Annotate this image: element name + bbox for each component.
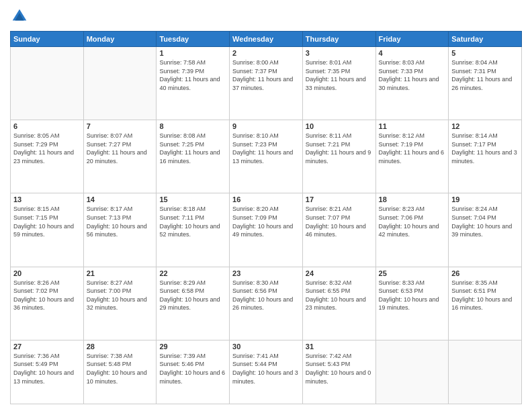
calendar-cell: 26Sunrise: 8:35 AMSunset: 6:51 PMDayligh… xyxy=(449,267,522,340)
calendar-cell: 30Sunrise: 7:41 AMSunset: 5:44 PMDayligh… xyxy=(230,340,303,404)
calendar-cell: 4Sunrise: 8:03 AMSunset: 7:33 PMDaylight… xyxy=(375,47,449,120)
weekday-header: Saturday xyxy=(449,32,522,47)
day-number: 30 xyxy=(232,342,300,351)
day-info: Sunrise: 8:21 AMSunset: 7:07 PMDaylight:… xyxy=(306,205,373,238)
day-number: 19 xyxy=(451,195,519,203)
calendar-cell: 23Sunrise: 8:30 AMSunset: 6:56 PMDayligh… xyxy=(230,267,303,340)
calendar-cell: 25Sunrise: 8:33 AMSunset: 6:53 PMDayligh… xyxy=(375,267,449,340)
day-info: Sunrise: 8:12 AMSunset: 7:19 PMDaylight:… xyxy=(379,132,446,165)
day-number: 1 xyxy=(159,49,226,57)
day-info: Sunrise: 8:23 AMSunset: 7:06 PMDaylight:… xyxy=(379,205,446,238)
calendar-cell: 14Sunrise: 8:17 AMSunset: 7:13 PMDayligh… xyxy=(83,193,157,267)
calendar-cell: 18Sunrise: 8:23 AMSunset: 7:06 PMDayligh… xyxy=(375,193,449,267)
day-number: 28 xyxy=(87,342,154,351)
day-number: 2 xyxy=(232,49,300,57)
calendar-cell: 27Sunrise: 7:36 AMSunset: 5:49 PMDayligh… xyxy=(11,340,84,404)
day-number: 12 xyxy=(451,122,519,130)
calendar: SundayMondayTuesdayWednesdayThursdayFrid… xyxy=(10,31,522,404)
day-info: Sunrise: 8:04 AMSunset: 7:31 PMDaylight:… xyxy=(451,58,519,92)
weekday-header: Wednesday xyxy=(230,32,303,47)
calendar-cell: 15Sunrise: 8:18 AMSunset: 7:11 PMDayligh… xyxy=(157,193,230,267)
calendar-cell: 3Sunrise: 8:01 AMSunset: 7:35 PMDaylight… xyxy=(302,47,375,120)
day-info: Sunrise: 7:36 AMSunset: 5:49 PMDaylight:… xyxy=(13,352,81,385)
day-info: Sunrise: 8:07 AMSunset: 7:27 PMDaylight:… xyxy=(87,132,154,165)
calendar-cell xyxy=(375,340,449,404)
calendar-cell: 2Sunrise: 8:00 AMSunset: 7:37 PMDaylight… xyxy=(230,47,303,120)
day-info: Sunrise: 8:11 AMSunset: 7:21 PMDaylight:… xyxy=(306,132,373,165)
day-number: 26 xyxy=(451,269,519,277)
day-number: 10 xyxy=(306,122,373,130)
day-number: 25 xyxy=(379,269,446,277)
day-number: 23 xyxy=(232,269,300,277)
day-number: 15 xyxy=(159,195,226,203)
header xyxy=(10,7,522,26)
day-number: 24 xyxy=(306,269,373,277)
logo xyxy=(10,7,32,26)
day-info: Sunrise: 8:27 AMSunset: 7:00 PMDaylight:… xyxy=(87,279,154,312)
calendar-cell: 10Sunrise: 8:11 AMSunset: 7:21 PMDayligh… xyxy=(302,120,375,193)
day-info: Sunrise: 8:01 AMSunset: 7:35 PMDaylight:… xyxy=(306,58,373,92)
day-number: 14 xyxy=(87,195,154,203)
calendar-week-row: 1Sunrise: 7:58 AMSunset: 7:39 PMDaylight… xyxy=(11,47,522,120)
calendar-cell: 21Sunrise: 8:27 AMSunset: 7:00 PMDayligh… xyxy=(83,267,157,340)
day-number: 18 xyxy=(379,195,446,203)
calendar-cell: 19Sunrise: 8:24 AMSunset: 7:04 PMDayligh… xyxy=(449,193,522,267)
calendar-week-row: 27Sunrise: 7:36 AMSunset: 5:49 PMDayligh… xyxy=(11,340,522,404)
day-info: Sunrise: 8:35 AMSunset: 6:51 PMDaylight:… xyxy=(451,279,519,312)
weekday-header: Thursday xyxy=(302,32,375,47)
calendar-cell: 6Sunrise: 8:05 AMSunset: 7:29 PMDaylight… xyxy=(11,120,84,193)
calendar-cell: 7Sunrise: 8:07 AMSunset: 7:27 PMDaylight… xyxy=(83,120,157,193)
calendar-cell xyxy=(11,47,84,120)
calendar-cell: 12Sunrise: 8:14 AMSunset: 7:17 PMDayligh… xyxy=(449,120,522,193)
day-number: 3 xyxy=(306,49,373,57)
day-number: 20 xyxy=(13,269,81,277)
day-info: Sunrise: 8:03 AMSunset: 7:33 PMDaylight:… xyxy=(379,58,446,92)
calendar-cell: 13Sunrise: 8:15 AMSunset: 7:15 PMDayligh… xyxy=(11,193,84,267)
day-info: Sunrise: 8:20 AMSunset: 7:09 PMDaylight:… xyxy=(232,205,300,238)
calendar-week-row: 20Sunrise: 8:26 AMSunset: 7:02 PMDayligh… xyxy=(11,267,522,340)
weekday-header: Friday xyxy=(375,32,449,47)
day-info: Sunrise: 7:39 AMSunset: 5:46 PMDaylight:… xyxy=(159,352,226,385)
day-info: Sunrise: 8:08 AMSunset: 7:25 PMDaylight:… xyxy=(159,132,226,165)
day-info: Sunrise: 8:29 AMSunset: 6:58 PMDaylight:… xyxy=(159,279,226,312)
day-info: Sunrise: 8:14 AMSunset: 7:17 PMDaylight:… xyxy=(451,132,519,165)
day-number: 5 xyxy=(451,49,519,57)
calendar-cell: 24Sunrise: 8:32 AMSunset: 6:55 PMDayligh… xyxy=(302,267,375,340)
calendar-cell: 16Sunrise: 8:20 AMSunset: 7:09 PMDayligh… xyxy=(230,193,303,267)
day-number: 16 xyxy=(232,195,300,203)
day-info: Sunrise: 8:33 AMSunset: 6:53 PMDaylight:… xyxy=(379,279,446,312)
day-number: 17 xyxy=(306,195,373,203)
day-info: Sunrise: 7:41 AMSunset: 5:44 PMDaylight:… xyxy=(232,352,300,385)
day-info: Sunrise: 8:05 AMSunset: 7:29 PMDaylight:… xyxy=(13,132,81,165)
calendar-cell: 29Sunrise: 7:39 AMSunset: 5:46 PMDayligh… xyxy=(157,340,230,404)
day-number: 7 xyxy=(87,122,154,130)
calendar-cell: 20Sunrise: 8:26 AMSunset: 7:02 PMDayligh… xyxy=(11,267,84,340)
weekday-header: Sunday xyxy=(11,32,84,47)
calendar-cell: 11Sunrise: 8:12 AMSunset: 7:19 PMDayligh… xyxy=(375,120,449,193)
calendar-week-row: 6Sunrise: 8:05 AMSunset: 7:29 PMDaylight… xyxy=(11,120,522,193)
day-number: 6 xyxy=(13,122,81,130)
day-info: Sunrise: 8:00 AMSunset: 7:37 PMDaylight:… xyxy=(232,58,300,92)
day-info: Sunrise: 8:15 AMSunset: 7:15 PMDaylight:… xyxy=(13,205,81,238)
calendar-week-row: 13Sunrise: 8:15 AMSunset: 7:15 PMDayligh… xyxy=(11,193,522,267)
calendar-cell xyxy=(449,340,522,404)
day-number: 29 xyxy=(159,342,226,351)
day-number: 4 xyxy=(379,49,446,57)
day-info: Sunrise: 7:42 AMSunset: 5:43 PMDaylight:… xyxy=(306,352,373,385)
calendar-cell xyxy=(83,47,157,120)
day-info: Sunrise: 7:38 AMSunset: 5:48 PMDaylight:… xyxy=(87,352,154,385)
day-number: 21 xyxy=(87,269,154,277)
day-number: 8 xyxy=(159,122,226,130)
weekday-header: Tuesday xyxy=(157,32,230,47)
day-number: 9 xyxy=(232,122,300,130)
calendar-cell: 8Sunrise: 8:08 AMSunset: 7:25 PMDaylight… xyxy=(157,120,230,193)
calendar-cell: 28Sunrise: 7:38 AMSunset: 5:48 PMDayligh… xyxy=(83,340,157,404)
day-number: 31 xyxy=(306,342,373,351)
day-info: Sunrise: 8:18 AMSunset: 7:11 PMDaylight:… xyxy=(159,205,226,238)
day-info: Sunrise: 8:24 AMSunset: 7:04 PMDaylight:… xyxy=(451,205,519,238)
calendar-cell: 22Sunrise: 8:29 AMSunset: 6:58 PMDayligh… xyxy=(157,267,230,340)
day-info: Sunrise: 8:26 AMSunset: 7:02 PMDaylight:… xyxy=(13,279,81,312)
calendar-cell: 9Sunrise: 8:10 AMSunset: 7:23 PMDaylight… xyxy=(230,120,303,193)
day-info: Sunrise: 7:58 AMSunset: 7:39 PMDaylight:… xyxy=(159,58,226,92)
day-info: Sunrise: 8:17 AMSunset: 7:13 PMDaylight:… xyxy=(87,205,154,238)
